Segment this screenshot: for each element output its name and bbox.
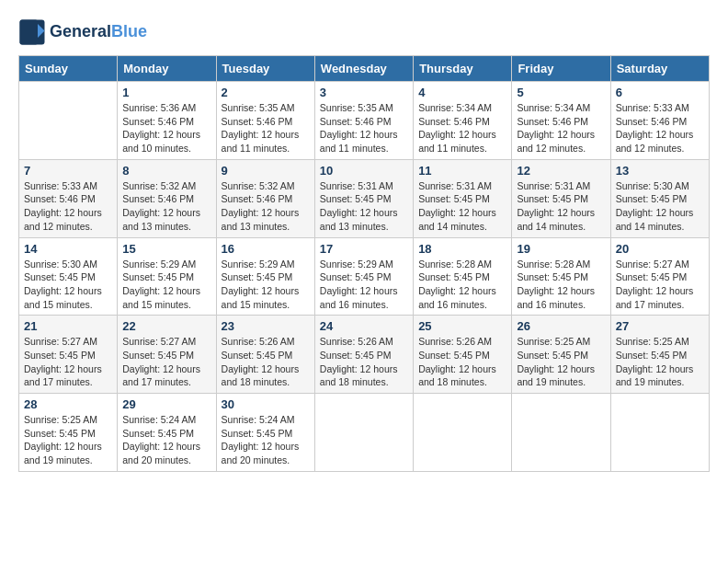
calendar-cell: 9Sunrise: 5:32 AM Sunset: 5:46 PM Daylig…: [216, 159, 314, 237]
day-info: Sunrise: 5:24 AM Sunset: 5:45 PM Dayligh…: [222, 413, 310, 467]
day-info: Sunrise: 5:29 AM Sunset: 5:45 PM Dayligh…: [320, 258, 408, 312]
day-number: 6: [616, 86, 704, 99]
calendar-cell: 20Sunrise: 5:27 AM Sunset: 5:45 PM Dayli…: [610, 237, 709, 316]
day-number: 3: [320, 86, 408, 99]
day-number: 27: [616, 319, 704, 333]
weekday-header-thursday: Thursday: [414, 56, 512, 82]
day-number: 19: [517, 242, 605, 256]
calendar-cell: 11Sunrise: 5:31 AM Sunset: 5:45 PM Dayli…: [414, 159, 512, 237]
day-info: Sunrise: 5:27 AM Sunset: 5:45 PM Dayligh…: [616, 258, 704, 312]
logo-text: GeneralBlue: [50, 23, 147, 41]
day-number: 20: [616, 242, 704, 256]
calendar-cell: 29Sunrise: 5:24 AM Sunset: 5:45 PM Dayli…: [118, 394, 216, 472]
day-number: 30: [222, 397, 310, 411]
day-number: 22: [122, 319, 210, 333]
weekday-header-sunday: Sunday: [19, 56, 118, 82]
day-info: Sunrise: 5:24 AM Sunset: 5:45 PM Dayligh…: [122, 413, 210, 467]
calendar-table: SundayMondayTuesdayWednesdayThursdayFrid…: [18, 55, 710, 472]
calendar-cell: [610, 394, 709, 472]
logo-icon: [18, 18, 46, 46]
day-info: Sunrise: 5:28 AM Sunset: 5:45 PM Dayligh…: [418, 258, 506, 312]
day-number: 29: [122, 397, 210, 411]
logo: GeneralBlue: [18, 18, 147, 46]
day-number: 8: [122, 164, 210, 178]
calendar-week-3: 14Sunrise: 5:30 AM Sunset: 5:45 PM Dayli…: [19, 237, 710, 316]
weekday-header-saturday: Saturday: [610, 56, 709, 82]
calendar-cell: 1Sunrise: 5:36 AM Sunset: 5:46 PM Daylig…: [118, 82, 216, 160]
day-info: Sunrise: 5:25 AM Sunset: 5:45 PM Dayligh…: [517, 335, 605, 389]
day-number: 11: [418, 164, 506, 178]
day-number: 21: [24, 319, 112, 333]
day-number: 10: [320, 164, 408, 178]
page-header: GeneralBlue: [18, 18, 710, 46]
day-info: Sunrise: 5:32 AM Sunset: 5:46 PM Dayligh…: [122, 179, 210, 234]
day-info: Sunrise: 5:26 AM Sunset: 5:45 PM Dayligh…: [320, 335, 408, 389]
day-info: Sunrise: 5:31 AM Sunset: 5:45 PM Dayligh…: [320, 179, 408, 234]
day-number: 13: [616, 164, 704, 178]
day-number: 5: [517, 86, 605, 99]
day-info: Sunrise: 5:27 AM Sunset: 5:45 PM Dayligh…: [122, 335, 210, 389]
calendar-cell: 26Sunrise: 5:25 AM Sunset: 5:45 PM Dayli…: [512, 316, 610, 394]
calendar-cell: [512, 394, 610, 472]
day-info: Sunrise: 5:36 AM Sunset: 5:46 PM Dayligh…: [122, 101, 210, 155]
calendar-week-1: 1Sunrise: 5:36 AM Sunset: 5:46 PM Daylig…: [19, 82, 710, 160]
day-info: Sunrise: 5:33 AM Sunset: 5:46 PM Dayligh…: [24, 179, 112, 234]
day-info: Sunrise: 5:29 AM Sunset: 5:45 PM Dayligh…: [222, 258, 310, 312]
day-number: 28: [24, 397, 112, 411]
calendar-cell: 17Sunrise: 5:29 AM Sunset: 5:45 PM Dayli…: [314, 237, 413, 316]
day-number: 17: [320, 242, 408, 256]
calendar-cell: 27Sunrise: 5:25 AM Sunset: 5:45 PM Dayli…: [610, 316, 709, 394]
day-info: Sunrise: 5:35 AM Sunset: 5:46 PM Dayligh…: [320, 101, 408, 155]
day-number: 4: [418, 86, 506, 99]
day-number: 12: [517, 164, 605, 178]
day-number: 25: [418, 319, 506, 333]
day-info: Sunrise: 5:31 AM Sunset: 5:45 PM Dayligh…: [418, 179, 506, 234]
calendar-cell: 15Sunrise: 5:29 AM Sunset: 5:45 PM Dayli…: [118, 237, 216, 316]
calendar-cell: 16Sunrise: 5:29 AM Sunset: 5:45 PM Dayli…: [216, 237, 314, 316]
calendar-cell: 13Sunrise: 5:30 AM Sunset: 5:45 PM Dayli…: [610, 159, 709, 237]
calendar-cell: 18Sunrise: 5:28 AM Sunset: 5:45 PM Dayli…: [414, 237, 512, 316]
weekday-header-monday: Monday: [118, 56, 216, 82]
weekday-header-tuesday: Tuesday: [216, 56, 314, 82]
day-info: Sunrise: 5:29 AM Sunset: 5:45 PM Dayligh…: [122, 258, 210, 312]
day-number: 7: [24, 164, 112, 178]
day-info: Sunrise: 5:33 AM Sunset: 5:46 PM Dayligh…: [616, 101, 704, 155]
calendar-cell: 30Sunrise: 5:24 AM Sunset: 5:45 PM Dayli…: [216, 394, 314, 472]
weekday-header-friday: Friday: [512, 56, 610, 82]
calendar-cell: 14Sunrise: 5:30 AM Sunset: 5:45 PM Dayli…: [19, 237, 118, 316]
day-number: 23: [222, 319, 310, 333]
calendar-cell: 7Sunrise: 5:33 AM Sunset: 5:46 PM Daylig…: [19, 159, 118, 237]
calendar-cell: 2Sunrise: 5:35 AM Sunset: 5:46 PM Daylig…: [216, 82, 314, 160]
calendar-cell: 24Sunrise: 5:26 AM Sunset: 5:45 PM Dayli…: [314, 316, 413, 394]
calendar-cell: 22Sunrise: 5:27 AM Sunset: 5:45 PM Dayli…: [118, 316, 216, 394]
day-number: 9: [222, 164, 310, 178]
calendar-cell: 10Sunrise: 5:31 AM Sunset: 5:45 PM Dayli…: [314, 159, 413, 237]
day-info: Sunrise: 5:26 AM Sunset: 5:45 PM Dayligh…: [222, 335, 310, 389]
calendar-cell: 6Sunrise: 5:33 AM Sunset: 5:46 PM Daylig…: [610, 82, 709, 160]
calendar-cell: 23Sunrise: 5:26 AM Sunset: 5:45 PM Dayli…: [216, 316, 314, 394]
calendar-week-5: 28Sunrise: 5:25 AM Sunset: 5:45 PM Dayli…: [19, 394, 710, 472]
calendar-cell: 4Sunrise: 5:34 AM Sunset: 5:46 PM Daylig…: [414, 82, 512, 160]
calendar-cell: 28Sunrise: 5:25 AM Sunset: 5:45 PM Dayli…: [19, 394, 118, 472]
calendar-header: SundayMondayTuesdayWednesdayThursdayFrid…: [19, 56, 710, 82]
calendar-cell: 12Sunrise: 5:31 AM Sunset: 5:45 PM Dayli…: [512, 159, 610, 237]
day-info: Sunrise: 5:26 AM Sunset: 5:45 PM Dayligh…: [418, 335, 506, 389]
day-number: 24: [320, 319, 408, 333]
day-number: 2: [222, 86, 310, 99]
day-number: 14: [24, 242, 112, 256]
calendar-cell: 3Sunrise: 5:35 AM Sunset: 5:46 PM Daylig…: [314, 82, 413, 160]
calendar-cell: 8Sunrise: 5:32 AM Sunset: 5:46 PM Daylig…: [118, 159, 216, 237]
day-number: 18: [418, 242, 506, 256]
calendar-cell: 5Sunrise: 5:34 AM Sunset: 5:46 PM Daylig…: [512, 82, 610, 160]
day-info: Sunrise: 5:30 AM Sunset: 5:45 PM Dayligh…: [24, 258, 112, 312]
day-info: Sunrise: 5:34 AM Sunset: 5:46 PM Dayligh…: [517, 101, 605, 155]
calendar-cell: 19Sunrise: 5:28 AM Sunset: 5:45 PM Dayli…: [512, 237, 610, 316]
svg-rect-2: [20, 20, 39, 45]
day-info: Sunrise: 5:30 AM Sunset: 5:45 PM Dayligh…: [616, 179, 704, 234]
day-info: Sunrise: 5:35 AM Sunset: 5:46 PM Dayligh…: [222, 101, 310, 155]
day-info: Sunrise: 5:31 AM Sunset: 5:45 PM Dayligh…: [517, 179, 605, 234]
calendar-cell: 25Sunrise: 5:26 AM Sunset: 5:45 PM Dayli…: [414, 316, 512, 394]
day-info: Sunrise: 5:32 AM Sunset: 5:46 PM Dayligh…: [222, 179, 310, 234]
day-info: Sunrise: 5:27 AM Sunset: 5:45 PM Dayligh…: [24, 335, 112, 389]
day-number: 1: [122, 86, 210, 99]
